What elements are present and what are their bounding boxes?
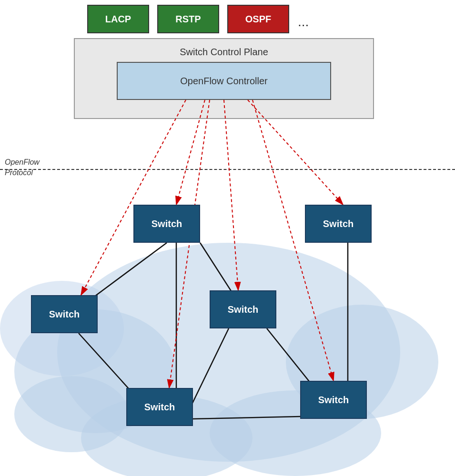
lacp-box: LACP: [87, 5, 149, 33]
svg-point-6: [14, 376, 129, 452]
more-protocols-dots: ...: [298, 14, 309, 30]
svg-line-20: [169, 100, 210, 388]
switch-3-label: Switch: [49, 309, 80, 320]
svg-point-1: [57, 243, 400, 462]
svg-line-18: [81, 100, 186, 295]
controller-label: OpenFlow Controller: [180, 76, 267, 87]
switch-4-label: Switch: [228, 304, 258, 315]
openflow-controller-box: OpenFlow Controller: [117, 62, 331, 100]
rstp-box: RSTP: [157, 5, 219, 33]
diagram: LACP RSTP OSPF ... Switch Control Plane …: [0, 0, 455, 476]
dots-label: ...: [298, 14, 309, 29]
switch-5: Switch: [126, 388, 193, 426]
switch-1: Switch: [133, 205, 200, 243]
switch-2-label: Switch: [323, 218, 354, 229]
lacp-label: LACP: [105, 14, 131, 25]
control-plane-label: Switch Control Plane: [74, 43, 374, 58]
switch-1-label: Switch: [152, 218, 182, 229]
svg-line-14: [193, 416, 300, 419]
switch-2: Switch: [305, 205, 372, 243]
openflow-protocol-label: OpenFlowProtocol: [5, 157, 40, 178]
svg-line-11: [191, 328, 229, 407]
ospf-label: OSPF: [245, 14, 271, 25]
openflow-protocol-line: [0, 169, 455, 170]
ospf-box: OSPF: [227, 5, 289, 33]
switch-3: Switch: [31, 295, 98, 333]
switch-4: Switch: [210, 290, 276, 328]
switch-6: Switch: [300, 381, 367, 419]
switch-6-label: Switch: [318, 395, 349, 406]
rstp-label: RSTP: [175, 14, 201, 25]
switch-5-label: Switch: [144, 402, 175, 413]
svg-line-19: [224, 100, 238, 290]
